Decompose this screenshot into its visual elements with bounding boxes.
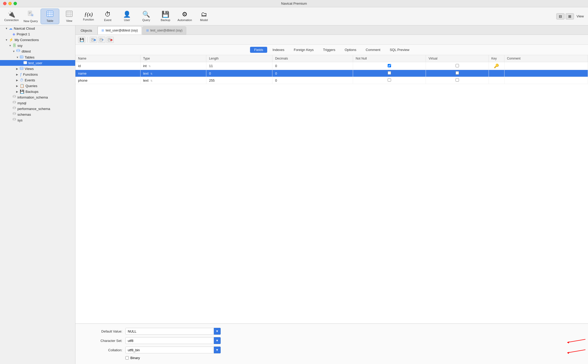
field-name-phone[interactable]: phone <box>75 77 140 84</box>
model-button[interactable]: 🗂 Model <box>195 9 213 24</box>
view-button[interactable]: View <box>60 9 79 24</box>
backup-button[interactable]: 💾 Backup <box>156 9 175 24</box>
query-button[interactable]: 🔍 Query <box>137 9 156 24</box>
collation-row: Collation: ▼ <box>86 347 578 353</box>
table-row[interactable]: phone text ⇅ 255 0 <box>75 77 588 84</box>
field-decimals-id[interactable]: 0 <box>272 62 353 70</box>
field-comment-name[interactable] <box>504 70 588 77</box>
sidebar-item-performance-schema[interactable]: performance_schema <box>0 106 75 112</box>
sidebar-item-dbtest[interactable]: ▼ dbtest <box>0 48 75 54</box>
not-null-checkbox-id[interactable] <box>388 64 391 67</box>
table-row[interactable]: name text ⇅ 0 0 <box>75 70 588 77</box>
tab-triggers[interactable]: Triggers <box>319 47 340 53</box>
field-length-name[interactable]: 0 <box>206 70 272 77</box>
tab-options[interactable]: Options <box>341 47 361 53</box>
tab-fields[interactable]: Fields <box>250 47 267 53</box>
field-virtual-phone[interactable] <box>426 77 489 84</box>
field-decimals-name[interactable]: 0 <box>272 70 353 77</box>
spinner-id[interactable]: ⇅ <box>149 65 151 68</box>
sidebar-item-tables[interactable]: ▼ Tables <box>0 54 75 60</box>
maximize-button[interactable] <box>14 2 17 5</box>
tab-sql-preview[interactable]: SQL Preview <box>386 47 413 53</box>
not-null-checkbox-name[interactable] <box>388 71 391 75</box>
field-name-name[interactable]: name <box>75 70 140 77</box>
sidebar-item-sys[interactable]: sys <box>0 117 75 123</box>
sidebar-item-views[interactable]: ▶ Views <box>0 66 75 72</box>
field-length-phone[interactable]: 255 <box>206 77 272 84</box>
insert-field-button[interactable] <box>98 37 105 43</box>
field-name-id[interactable]: id <box>75 62 140 70</box>
sidebar-item-project1[interactable]: ◈ Project 1 <box>0 31 75 37</box>
event-button[interactable]: ⏱ Event <box>98 9 117 24</box>
field-key-id: 🔑 <box>489 62 504 70</box>
field-not-null-name[interactable] <box>353 70 426 77</box>
field-type-name[interactable]: text ⇅ <box>140 70 206 77</box>
schemas-icon <box>12 112 16 116</box>
delete-field-button[interactable]: − <box>106 37 114 43</box>
save-button[interactable]: 💾 <box>78 37 85 43</box>
field-length-id[interactable]: 11 <box>206 62 272 70</box>
field-virtual-name[interactable] <box>426 70 489 77</box>
function-button[interactable]: ƒ(x) Function <box>79 9 98 24</box>
spinner-name[interactable]: ⇅ <box>150 72 152 75</box>
field-not-null-id[interactable] <box>353 62 426 70</box>
table-row[interactable]: id int ⇅ 11 0 <box>75 62 588 70</box>
virtual-checkbox-name[interactable] <box>456 71 459 75</box>
sidebar-item-my-connections[interactable]: ▼ ⚡ My Connections <box>0 37 75 43</box>
view-mode-2[interactable]: ⊞ <box>566 13 574 20</box>
collation-input-wrap: ▼ <box>125 347 221 353</box>
table-button[interactable]: Table <box>41 9 59 24</box>
field-type-phone[interactable]: text ⇅ <box>140 77 206 84</box>
default-value-input[interactable] <box>125 328 214 335</box>
sidebar-item-test-user[interactable]: test_user <box>0 60 75 66</box>
field-comment-phone[interactable] <box>504 77 588 84</box>
field-type-id[interactable]: int ⇅ <box>140 62 206 70</box>
field-tabs: Fields Indexes Foreign Keys Triggers Opt… <box>75 45 588 55</box>
sidebar-item-events[interactable]: ▶ ⏱ Events <box>0 77 75 83</box>
events-icon: ⏱ <box>20 78 23 82</box>
user-button[interactable]: 👤 User <box>118 9 136 24</box>
view-mode-1[interactable]: ⊟ <box>556 13 565 20</box>
new-query-button[interactable]: + New Query <box>21 9 40 24</box>
tab-2[interactable]: ⊞ test_user@dbtest (ssy) <box>142 26 187 35</box>
field-virtual-id[interactable] <box>426 62 489 70</box>
automation-button[interactable]: ⚙ Automation <box>175 9 194 24</box>
mysql-label: mysql <box>17 101 26 105</box>
sidebar-item-queries[interactable]: ▶ 📋 Queries <box>0 83 75 89</box>
field-not-null-phone[interactable] <box>353 77 426 84</box>
sidebar-item-backups[interactable]: ▶ 💾 Backups <box>0 89 75 94</box>
close-button[interactable] <box>3 2 7 5</box>
objects-tab[interactable]: Objects <box>75 26 98 35</box>
svg-text:−: − <box>111 39 112 41</box>
spinner-phone[interactable]: ⇅ <box>150 79 152 82</box>
tab-1[interactable]: ⊞ test_user@dbtest (ssy) <box>98 26 142 35</box>
user-icon: 👤 <box>123 11 131 17</box>
tab-foreign-keys[interactable]: Foreign Keys <box>290 47 318 53</box>
sidebar-item-ssy[interactable]: ▼ 🗄 ssy <box>0 43 75 48</box>
virtual-checkbox-phone[interactable] <box>456 78 459 82</box>
expand-icon: ▶ <box>16 90 20 93</box>
sidebar-item-schemas[interactable]: schemas <box>0 112 75 117</box>
dbtest-label: dbtest <box>22 49 31 53</box>
binary-checkbox[interactable] <box>125 356 129 360</box>
sidebar-item-functions[interactable]: ▶ ƒ Functions <box>0 72 75 77</box>
character-set-input[interactable] <box>125 337 214 344</box>
default-value-dropdown[interactable]: ▼ <box>214 328 221 335</box>
field-decimals-phone[interactable]: 0 <box>272 77 353 84</box>
sidebar-item-information-schema[interactable]: information_schema <box>0 94 75 100</box>
minimize-button[interactable] <box>8 2 12 5</box>
field-comment-id[interactable] <box>504 62 588 70</box>
add-field-button[interactable]: + <box>90 37 97 43</box>
character-set-dropdown[interactable]: ▼ <box>214 337 221 344</box>
not-null-checkbox-phone[interactable] <box>388 78 391 82</box>
sidebar-item-navicat-cloud[interactable]: ▼ ☁ Navicat Cloud <box>0 25 75 31</box>
collation-dropdown[interactable]: ▼ <box>214 347 221 353</box>
sidebar-item-mysql[interactable]: mysql <box>0 100 75 106</box>
tab-comment[interactable]: Comment <box>362 47 385 53</box>
tab-indexes[interactable]: Indexes <box>268 47 289 53</box>
tables-label: Tables <box>25 55 35 59</box>
model-label: Model <box>200 18 208 22</box>
collation-input[interactable] <box>125 347 214 353</box>
virtual-checkbox-id[interactable] <box>456 64 459 67</box>
connection-button[interactable]: 🔌 Connection <box>2 9 21 24</box>
